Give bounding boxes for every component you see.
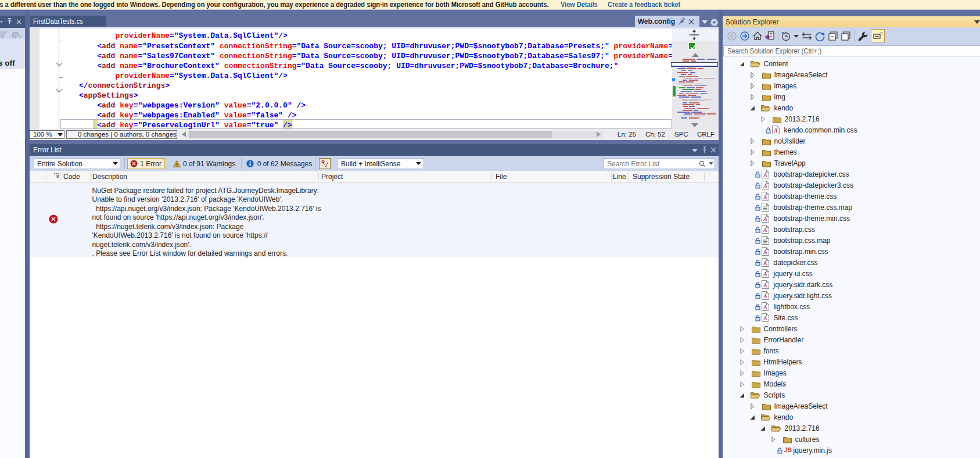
svg-text:A: A	[763, 227, 767, 233]
svg-text:A: A	[763, 316, 767, 321]
svg-text:A: A	[773, 128, 777, 134]
svg-text:A: A	[763, 305, 767, 310]
svg-text:A: A	[763, 172, 767, 178]
svg-text:A: A	[763, 194, 767, 200]
svg-text:A: A	[763, 183, 767, 189]
svg-text:A: A	[763, 249, 767, 255]
svg-text:A: A	[763, 294, 767, 299]
svg-text:A: A	[763, 282, 767, 288]
svg-text:A: A	[763, 260, 767, 266]
svg-text:A: A	[763, 271, 767, 277]
svg-text:A: A	[763, 216, 767, 222]
